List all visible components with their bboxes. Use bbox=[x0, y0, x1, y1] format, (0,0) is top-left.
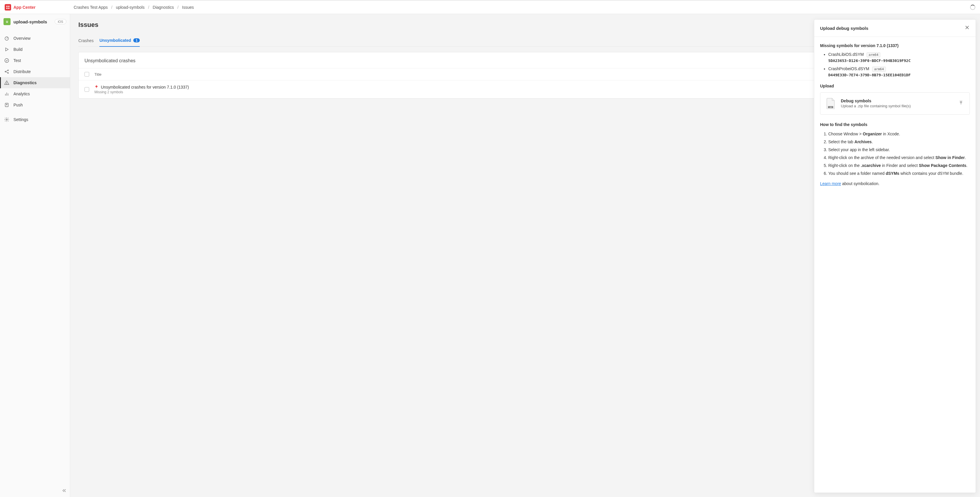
learn-more-link[interactable]: Learn more bbox=[820, 181, 841, 186]
svg-text:.ZIP: .ZIP bbox=[829, 106, 832, 108]
sidebar-item-label: Build bbox=[13, 47, 22, 52]
collapse-sidebar-button[interactable] bbox=[62, 488, 67, 494]
howto-heading: How to find the symbols bbox=[820, 122, 970, 127]
gauge-icon bbox=[4, 36, 10, 41]
dropzone-subtitle: Upload a .zip file containing symbol fil… bbox=[841, 104, 953, 108]
symbol-uuid: D449E33D-7E74-379D-8B79-15EE104ED1DF bbox=[828, 73, 970, 77]
loading-spinner-icon bbox=[970, 5, 975, 10]
breadcrumb-sep: / bbox=[177, 5, 179, 10]
zip-file-icon: .ZIP bbox=[826, 98, 835, 109]
symbol-list: CrashLibiOS.dSYM arm64 5DA23653-D126-39F… bbox=[820, 52, 970, 77]
gear-icon bbox=[4, 117, 10, 122]
sidebar-item-label: Diagnostics bbox=[13, 80, 37, 85]
symbol-item: CrashProbeiOS.dSYM arm64 D449E33D-7E74-3… bbox=[828, 66, 970, 77]
sidebar-item-label: Test bbox=[13, 58, 21, 63]
sidebar-item-label: Distribute bbox=[13, 69, 31, 74]
svg-rect-3 bbox=[8, 8, 10, 9]
svg-rect-2 bbox=[6, 8, 8, 9]
symbol-name: CrashLibiOS.dSYM bbox=[828, 52, 864, 57]
sidebar-item-settings[interactable]: Settings bbox=[0, 114, 70, 125]
breadcrumb-sep: / bbox=[111, 5, 112, 10]
svg-rect-0 bbox=[6, 6, 8, 7]
tab-badge: 1 bbox=[133, 38, 140, 42]
learn-more-line: Learn more about symbolication. bbox=[820, 181, 970, 186]
howto-step: Select your app in the left sidebar. bbox=[828, 147, 970, 153]
breadcrumb-item[interactable]: Diagnostics bbox=[153, 5, 173, 10]
svg-point-17 bbox=[6, 119, 8, 121]
upload-symbols-panel: Upload debug symbols Missing symbols for… bbox=[814, 19, 976, 493]
sidebar: u upload-symbols iOS Overview Build bbox=[0, 14, 70, 497]
upload-heading: Upload bbox=[820, 84, 970, 88]
svg-marker-5 bbox=[6, 48, 8, 51]
sidebar-item-push[interactable]: Push bbox=[0, 99, 70, 110]
check-circle-icon bbox=[4, 58, 10, 63]
howto-step: Choose Window > Organizer in Xcode. bbox=[828, 131, 970, 137]
howto-list: Choose Window > Organizer in Xcode. Sele… bbox=[820, 131, 970, 177]
tab-label: Crashes bbox=[78, 38, 94, 43]
panel-title: Upload debug symbols bbox=[820, 26, 868, 31]
platform-pill: iOS bbox=[55, 19, 66, 24]
learn-more-suffix: about symbolication. bbox=[841, 181, 880, 186]
row-checkbox[interactable] bbox=[84, 87, 89, 92]
symbol-item: CrashLibiOS.dSYM arm64 5DA23653-D126-39F… bbox=[828, 52, 970, 63]
howto-step: Right-click on the archive of the needed… bbox=[828, 155, 970, 161]
symbol-name: CrashProbeiOS.dSYM bbox=[828, 66, 869, 71]
breadcrumb-item[interactable]: Crashes Test Apps bbox=[74, 5, 108, 10]
breadcrumb-item[interactable]: Issues bbox=[182, 5, 194, 10]
sidebar-item-distribute[interactable]: Distribute bbox=[0, 66, 70, 77]
missing-symbols-heading: Missing symbols for version 7.1.0 (1337) bbox=[820, 43, 970, 48]
bolt-icon bbox=[94, 84, 99, 89]
sidebar-item-diagnostics[interactable]: Diagnostics bbox=[0, 77, 70, 88]
svg-rect-1 bbox=[8, 6, 10, 7]
app-avatar: u bbox=[3, 18, 11, 25]
push-icon bbox=[4, 102, 10, 108]
dropzone-title: Debug symbols bbox=[841, 99, 953, 103]
app-name: upload-symbols bbox=[13, 19, 47, 24]
sidebar-item-label: Settings bbox=[13, 117, 29, 122]
upload-dropzone[interactable]: .ZIP Debug symbols Upload a .zip file co… bbox=[820, 92, 970, 115]
symbol-uuid: 5DA23653-D126-39F0-BDCF-994B3019F92C bbox=[828, 59, 970, 63]
tab-crashes[interactable]: Crashes bbox=[78, 35, 94, 46]
chart-icon bbox=[4, 91, 10, 97]
sidebar-item-analytics[interactable]: Analytics bbox=[0, 88, 70, 99]
sidebar-item-label: Push bbox=[13, 103, 23, 107]
arch-pill: arm64 bbox=[867, 53, 880, 57]
row-title: Unsymbolicated crashes for version 7.1.0… bbox=[101, 85, 189, 89]
distribute-icon bbox=[4, 69, 10, 74]
arch-pill: arm64 bbox=[872, 67, 886, 72]
sidebar-item-build[interactable]: Build bbox=[0, 44, 70, 55]
tab-label: Unsymbolicated bbox=[99, 38, 131, 43]
howto-step: Right-click on the .xcarchive in Finder … bbox=[828, 162, 970, 169]
sidebar-item-label: Overview bbox=[13, 36, 30, 41]
tab-unsymbolicated[interactable]: Unsymbolicated 1 bbox=[99, 35, 140, 47]
svg-point-7 bbox=[5, 71, 6, 72]
sidebar-item-test[interactable]: Test bbox=[0, 55, 70, 66]
svg-point-6 bbox=[5, 59, 9, 62]
sidebar-item-overview[interactable]: Overview bbox=[0, 33, 70, 44]
upload-arrow-icon bbox=[958, 100, 964, 107]
play-icon bbox=[4, 47, 10, 52]
howto-step: Select the tab Archives. bbox=[828, 139, 970, 145]
svg-point-8 bbox=[8, 70, 8, 71]
brand-name[interactable]: App Center bbox=[13, 5, 35, 10]
svg-point-9 bbox=[8, 73, 8, 73]
howto-step: You should see a folder named dSYMs whic… bbox=[828, 170, 970, 177]
sidebar-item-label: Analytics bbox=[13, 91, 30, 96]
breadcrumb-sep: / bbox=[148, 5, 149, 10]
topbar: App Center Crashes Test Apps / upload-sy… bbox=[0, 1, 980, 14]
breadcrumb-item[interactable]: upload-symbols bbox=[116, 5, 145, 10]
column-header-title: Title bbox=[94, 72, 102, 76]
warning-icon bbox=[4, 80, 10, 85]
row-subtitle: Missing 2 symbols bbox=[94, 90, 189, 94]
app-header[interactable]: u upload-symbols iOS bbox=[0, 14, 70, 29]
appcenter-logo-icon[interactable] bbox=[5, 4, 11, 11]
select-all-checkbox[interactable] bbox=[84, 72, 89, 76]
close-button[interactable] bbox=[964, 25, 970, 31]
breadcrumb: Crashes Test Apps / upload-symbols / Dia… bbox=[74, 5, 194, 10]
